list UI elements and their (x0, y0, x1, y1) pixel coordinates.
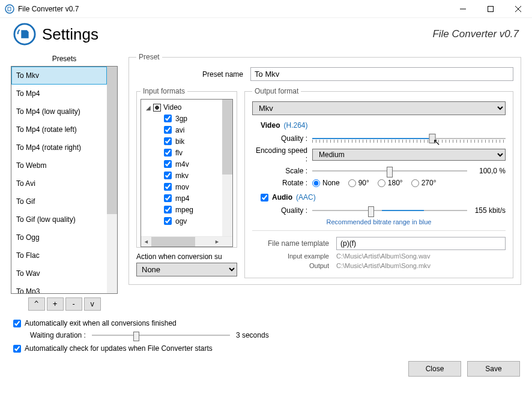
filename-template-input[interactable] (336, 237, 506, 250)
audio-quality-slider[interactable] (312, 205, 467, 216)
format-checkbox[interactable] (164, 137, 172, 145)
preset-item[interactable]: To Mp4 (rotate right) (11, 139, 107, 157)
rotate-option[interactable]: 180° (378, 179, 403, 187)
rotate-radio[interactable] (378, 179, 385, 187)
preset-name-input[interactable] (250, 67, 513, 81)
format-label: ogv (175, 217, 187, 225)
format-checkbox[interactable] (164, 194, 172, 202)
audio-codec: (AAC) (296, 193, 316, 201)
rotate-option[interactable]: 90° (348, 179, 369, 187)
tree-scrollbar-v[interactable] (222, 100, 232, 236)
presets-label: Presets (11, 53, 118, 66)
video-quality-slider[interactable]: ↖ (312, 133, 506, 144)
format-checkbox[interactable] (164, 126, 172, 134)
preset-fieldset: Preset Preset name Input formats ◢ (128, 53, 521, 285)
auto-exit-row[interactable]: Automatically exit when all conversions … (13, 319, 519, 327)
close-dialog-button[interactable]: Close (408, 361, 461, 377)
format-label: mp4 (175, 194, 189, 203)
preset-item[interactable]: To Avi (11, 175, 107, 193)
rotate-option[interactable]: 270° (411, 179, 437, 187)
preset-list[interactable]: To MkvTo Mp4To Mp4 (low quality)To Mp4 (… (11, 66, 118, 294)
preset-item[interactable]: To Gif (11, 193, 107, 210)
format-item[interactable]: bik (164, 136, 222, 147)
audio-quality-value: 155 kbit/s (472, 206, 506, 215)
preset-item[interactable]: To Ogg (11, 228, 107, 246)
rotate-radio[interactable] (312, 179, 320, 187)
format-checkbox[interactable] (164, 172, 172, 179)
preset-remove-button[interactable]: - (65, 297, 82, 311)
preset-item[interactable]: To Wav (11, 264, 107, 282)
scale-value: 100,0 % (472, 167, 506, 175)
rotate-option-label: 90° (358, 179, 369, 187)
header: Settings File Converter v0.7 (0, 18, 532, 53)
video-checkbox[interactable] (153, 104, 161, 112)
rotate-radio[interactable] (348, 179, 356, 187)
format-item[interactable]: flv (164, 147, 222, 158)
format-item[interactable]: m4v (164, 158, 222, 170)
recommended-note: Recommended bitrate range in blue (252, 218, 506, 225)
format-checkbox[interactable] (164, 115, 172, 122)
preset-scrollbar[interactable] (107, 67, 117, 293)
close-button[interactable] (504, 0, 532, 18)
format-checkbox[interactable] (164, 206, 172, 213)
auto-update-row[interactable]: Automatically check for updates when Fil… (13, 344, 519, 353)
audio-enable-checkbox[interactable] (261, 194, 268, 201)
format-item[interactable]: ogv (164, 215, 222, 227)
format-item[interactable]: mpeg (164, 204, 222, 215)
filename-template-label: File name template (252, 239, 336, 248)
format-checkbox[interactable] (164, 160, 172, 168)
format-item[interactable]: mkv (164, 170, 222, 181)
auto-exit-checkbox[interactable] (13, 320, 21, 327)
minimize-button[interactable] (449, 0, 477, 18)
auto-update-checkbox[interactable] (13, 345, 21, 353)
format-item[interactable]: mov (164, 181, 222, 193)
video-section-label: Video (261, 121, 280, 130)
save-button[interactable]: Save (467, 361, 520, 377)
encoding-speed-label: Encoding speed : (252, 146, 312, 163)
waiting-duration-slider[interactable] (92, 330, 230, 341)
format-item[interactable]: avi (164, 124, 222, 136)
scroll-left-icon[interactable]: ◄ (141, 237, 151, 246)
preset-add-button[interactable]: + (47, 297, 64, 311)
auto-exit-label: Automatically exit when all conversions … (25, 319, 177, 327)
encoding-speed-select[interactable]: Medium (312, 149, 506, 161)
preset-item[interactable]: To Mp4 (low quality) (11, 103, 107, 121)
output-format-fieldset: Output format Mkv Video (H.264) Quality … (244, 87, 513, 278)
scroll-right-icon[interactable]: ► (212, 237, 222, 246)
auto-update-label: Automatically check for updates when Fil… (25, 344, 213, 353)
preset-item[interactable]: To Flac (11, 246, 107, 264)
format-item[interactable]: mp4 (164, 193, 222, 204)
preset-up-button[interactable]: ^ (28, 297, 45, 311)
rotate-radio[interactable] (411, 179, 419, 187)
format-checkbox[interactable] (164, 183, 172, 191)
format-label: mkv (175, 172, 189, 180)
app-logo-icon (13, 23, 36, 46)
format-label: flv (175, 149, 183, 157)
preset-item[interactable]: To Mp3 (11, 282, 107, 293)
format-item[interactable]: 3gp (164, 113, 222, 124)
tree-scrollbar-h[interactable]: ◄ ► (141, 236, 232, 246)
maximize-button[interactable] (477, 0, 504, 18)
preset-item[interactable]: To Webm (11, 157, 107, 175)
preset-item[interactable]: To Mp4 (11, 85, 107, 103)
format-checkbox[interactable] (164, 149, 172, 157)
input-example-value: C:\Music\Artist\Album\Song.wav (336, 252, 431, 260)
rotate-option[interactable]: None (312, 179, 340, 187)
preset-down-button[interactable]: v (84, 297, 101, 311)
rotate-label: Rotate : (252, 179, 312, 187)
tree-root-video[interactable]: ◢ Video (146, 102, 222, 113)
scale-slider[interactable] (312, 166, 467, 176)
action-select[interactable]: None (136, 263, 237, 276)
scale-label: Scale : (252, 167, 312, 175)
output-format-select[interactable]: Mkv (252, 101, 506, 115)
video-codec: (H.264) (283, 121, 307, 130)
preset-item[interactable]: To Mp4 (rotate left) (11, 121, 107, 139)
format-checkbox[interactable] (164, 217, 172, 225)
input-example-label: Input example (252, 252, 336, 260)
action-label: Action when conversion su (136, 252, 237, 261)
window-title: File Converter v0.7 (18, 5, 449, 13)
output-example-label: Output (252, 262, 336, 269)
collapse-icon[interactable]: ◢ (146, 104, 151, 111)
preset-item[interactable]: To Gif (low quality) (11, 210, 107, 228)
preset-item[interactable]: To Mkv (11, 67, 107, 85)
